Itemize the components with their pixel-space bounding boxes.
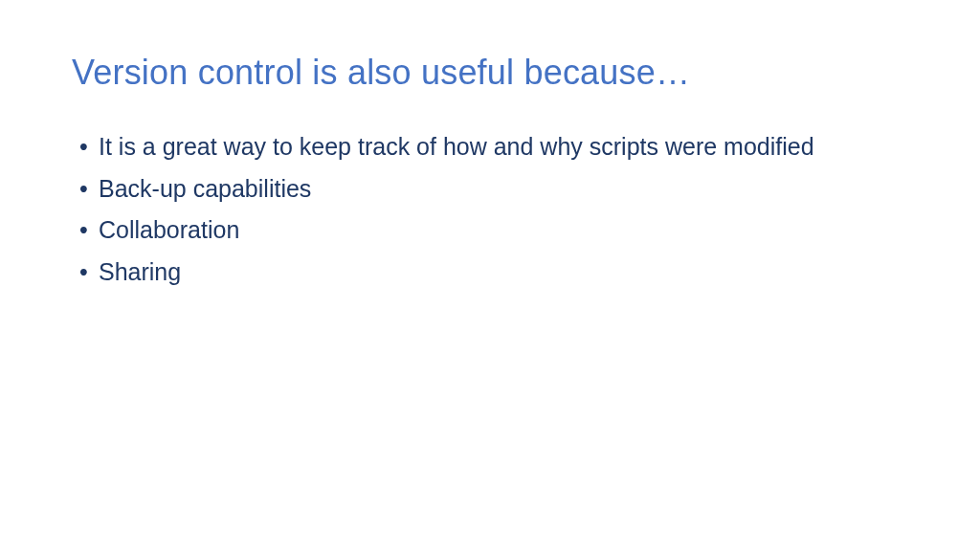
slide-title: Version control is also useful because…: [72, 53, 908, 93]
bullet-list: It is a great way to keep track of how a…: [72, 129, 908, 290]
list-item: Sharing: [79, 254, 908, 291]
list-item: It is a great way to keep track of how a…: [79, 129, 908, 165]
list-item: Back-up capabilities: [79, 171, 908, 208]
list-item: Collaboration: [79, 212, 908, 249]
